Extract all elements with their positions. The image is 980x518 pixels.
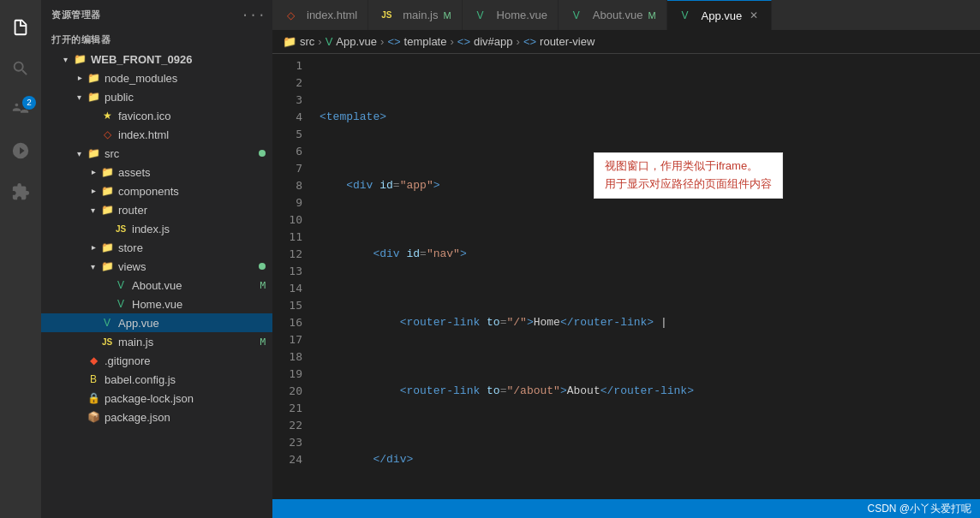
folder-arrow: ▾ (72, 146, 86, 160)
node-modules-folder[interactable]: ▾ 📁 node_modules (41, 68, 272, 87)
tab-label: main.js (403, 9, 438, 21)
main-badge: M (260, 336, 266, 348)
about-vue-label: About.vue (132, 279, 260, 292)
vue-icon: V (99, 315, 115, 330)
tag-icon: <> (523, 35, 536, 48)
assets-folder[interactable]: ▾ 📁 assets (41, 163, 272, 182)
pkg-json-file[interactable]: ▾ 📦 package.json (41, 408, 272, 426)
source-control-icon[interactable]: 2 (0, 89, 41, 130)
breadcrumb-template[interactable]: <> template (387, 35, 446, 48)
tab-close-button[interactable]: ✕ (747, 9, 761, 22)
code-line-1: <template> (320, 109, 980, 126)
app-vue-file[interactable]: ▾ V App.vue (41, 313, 272, 332)
annotation-line1: 视图窗口，作用类似于iframe。 (605, 158, 772, 176)
files-icon[interactable] (0, 7, 41, 48)
code-line-3: <div id="nav"> (320, 246, 980, 263)
favicon-file[interactable]: ▾ ★ favicon.ico (41, 106, 272, 125)
about-vue-file[interactable]: ▾ V About.vue M (41, 276, 272, 295)
folder-arrow: ▾ (72, 71, 86, 85)
code-content[interactable]: <template> <div id="app"> <div id="nav">… (311, 54, 980, 499)
index-html-file[interactable]: ▾ ◇ index.html (41, 125, 272, 144)
folder-icon: 📁 (86, 146, 101, 161)
tab-label: index.html (307, 9, 357, 21)
vue-icon: V (113, 277, 128, 293)
tab-label: App.vue (702, 9, 743, 22)
folder-icon: 📁 (99, 259, 115, 274)
home-vue-label: Home.vue (132, 298, 272, 311)
breadcrumb-app-vue[interactable]: V App.vue (326, 35, 377, 48)
folder-icon: 📁 (99, 183, 115, 199)
breadcrumb-div-app[interactable]: <> div#app (457, 35, 513, 48)
debug-icon[interactable] (0, 130, 41, 171)
star-icon: ★ (99, 108, 115, 123)
views-folder[interactable]: ▾ 📁 views (41, 257, 272, 276)
folder-arrow: ▾ (86, 241, 99, 254)
babel-icon: B (86, 372, 101, 387)
git-badge: 2 (22, 96, 36, 110)
root-folder-label: WEB_FRONT_0926 (91, 53, 272, 66)
main-js-label: main.js (118, 336, 260, 348)
extensions-icon[interactable] (0, 171, 41, 212)
activity-bar: 2 (0, 0, 41, 518)
search-icon[interactable] (0, 48, 41, 89)
app-vue-label: App.vue (118, 317, 272, 330)
sidebar: 资源管理器 ··· 打开的编辑器 ▾ 📁 WEB_FRONT_0926 ▾ 📁 … (41, 0, 272, 518)
main-js-file[interactable]: ▾ JS main.js M (41, 332, 272, 351)
modified-dot (259, 150, 266, 157)
tab-about-vue[interactable]: V About.vue M (559, 0, 667, 30)
code-area: 1 2 3 4 5 6 7 8 9 10 11 12 13 14 15 16 1… (272, 54, 980, 499)
store-label: store (118, 241, 272, 254)
root-folder[interactable]: ▾ 📁 WEB_FRONT_0926 (41, 50, 272, 68)
router-index-file[interactable]: ▾ JS index.js (41, 219, 272, 238)
favicon-label: favicon.ico (118, 110, 272, 122)
tab-home-vue[interactable]: V Home.vue (463, 0, 559, 30)
src-folder[interactable]: ▾ 📁 src (41, 144, 272, 163)
babel-config-file[interactable]: ▾ B babel.config.js (41, 370, 272, 389)
components-label: components (118, 185, 272, 198)
index-html-label: index.html (118, 128, 272, 141)
tab-app-vue[interactable]: V App.vue ✕ (667, 0, 773, 30)
breadcrumb-src[interactable]: 📁 src (283, 35, 314, 48)
code-line-4: <router-link to="/">Home</router-link> | (320, 314, 980, 331)
js-icon: JS (113, 221, 128, 236)
breadcrumb: 📁 src › V App.vue › <> template › <> div… (272, 30, 980, 54)
components-folder[interactable]: ▾ 📁 components (41, 182, 272, 200)
views-label: views (118, 260, 259, 273)
code-line-2: <div id="app"> (320, 177, 980, 194)
html-tab-icon: ◇ (283, 8, 298, 23)
vue-tab-icon: V (473, 8, 488, 23)
pkg-lock-label: package-lock.json (105, 392, 272, 405)
pkg-json-label: package.json (105, 411, 272, 424)
tab-badge: M (443, 10, 451, 21)
public-folder[interactable]: ▾ 📁 public (41, 87, 272, 106)
lock-icon: 🔒 (86, 390, 101, 406)
sidebar-more-icon[interactable]: ··· (241, 8, 266, 23)
public-label: public (105, 91, 272, 104)
tab-badge: M (648, 10, 655, 21)
tab-bar: ◇ index.html JS main.js M V Home.vue V A… (272, 0, 980, 30)
folder-arrow: ▾ (86, 203, 99, 217)
node-modules-label: node_modules (105, 72, 272, 85)
open-editors-label: 打开的编辑器 (41, 30, 272, 50)
router-folder[interactable]: ▾ 📁 router (41, 200, 272, 219)
vue-icon: V (113, 296, 128, 312)
folder-icon: 📁 (72, 51, 87, 67)
js-icon: JS (99, 334, 115, 349)
js-tab-icon: JS (379, 8, 394, 23)
about-badge: M (260, 280, 266, 291)
status-bar: CSDN @小丫头爱打呢 (272, 499, 980, 518)
gitignore-label: .gitignore (105, 354, 272, 367)
status-text: CSDN @小丫头爱打呢 (867, 502, 971, 516)
git-icon: ◆ (86, 353, 101, 368)
tab-index-html[interactable]: ◇ index.html (272, 0, 368, 30)
store-folder[interactable]: ▾ 📁 store (41, 238, 272, 257)
html-icon: ◇ (99, 127, 115, 142)
code-line-5: <router-link to="/about">About</router-l… (320, 383, 980, 400)
home-vue-file[interactable]: ▾ V Home.vue (41, 295, 272, 313)
modified-dot (259, 263, 266, 270)
pkg-lock-file[interactable]: ▾ 🔒 package-lock.json (41, 389, 272, 408)
tab-main-js[interactable]: JS main.js M (368, 0, 462, 30)
gitignore-file[interactable]: ▾ ◆ .gitignore (41, 351, 272, 370)
breadcrumb-router-view[interactable]: <> router-view (523, 35, 595, 48)
folder-arrow: ▾ (72, 90, 86, 104)
